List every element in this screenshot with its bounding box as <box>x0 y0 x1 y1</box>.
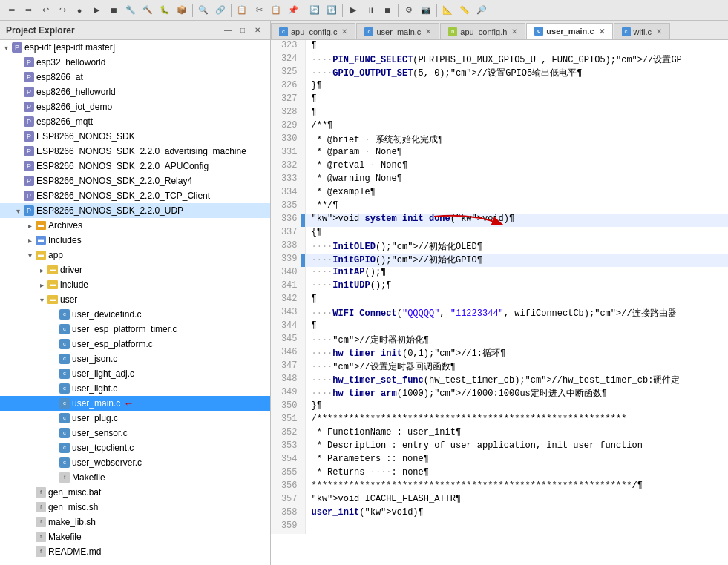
tab-close-btn[interactable]: ✕ <box>425 27 431 36</box>
editor-tab-apu_config_c[interactable]: capu_config.c✕ <box>271 23 355 39</box>
tree-toggle-icon[interactable]: ▾ <box>12 207 24 215</box>
tree-toggle-icon[interactable]: ▾ <box>24 251 36 260</box>
toolbar-btn[interactable]: 🔃 <box>324 2 340 19</box>
tree-item-Makefile_user[interactable]: fMakefile <box>0 470 270 485</box>
line-code[interactable]: }¶ <box>305 80 728 93</box>
tree-item-esp8266_iot_demo[interactable]: Pesp8266_iot_demo <box>0 99 270 114</box>
line-code[interactable]: * @example¶ <box>305 187 728 200</box>
tree-item-ESP8266_NONOS_SDK_2.2.0_APU[interactable]: PESP8266_NONOS_SDK_2.2.0_APUConfig <box>0 159 270 174</box>
tree-item-esp8266_mqtt[interactable]: Pesp8266_mqtt <box>0 114 270 129</box>
editor-tab-user_main_c_1[interactable]: cuser_main.c✕ <box>356 23 439 39</box>
tree-item-Makefile_root[interactable]: fMakefile <box>0 529 270 544</box>
panel-minimize-btn[interactable]: — <box>221 24 235 37</box>
toolbar-btn[interactable]: ● <box>71 2 88 19</box>
line-code[interactable]: * @param · None¶ <box>305 147 728 160</box>
line-code[interactable]: "kw">void system_init_done("kw">void)¶ <box>305 214 728 227</box>
toolbar-btn[interactable]: 🔧 <box>122 2 139 19</box>
tree-item-driver[interactable]: ▸▬driver <box>0 262 270 277</box>
line-code[interactable]: {¶ <box>305 227 728 240</box>
tree-item-user_json.c[interactable]: cuser_json.c <box>0 351 270 366</box>
line-code[interactable]: * @warning None¶ <box>305 174 728 187</box>
line-code[interactable]: ¶ <box>305 294 728 307</box>
project-tree[interactable]: ▾Pesp-idf [esp-idf master]Pesp32_hellowo… <box>0 40 270 565</box>
tree-item-ESP8266_NONOS_SDK[interactable]: PESP8266_NONOS_SDK <box>0 129 270 144</box>
tree-item-user_tcpclient.c[interactable]: cuser_tcpclient.c <box>0 440 270 455</box>
tree-item-gen_misc.sh[interactable]: fgen_misc.sh <box>0 500 270 515</box>
line-code[interactable]: ¶ <box>305 40 728 53</box>
line-code[interactable]: ····InitUDP();¶ <box>305 280 728 294</box>
toolbar-btn[interactable]: ↩ <box>37 2 53 19</box>
toolbar-btn[interactable]: ⚙ <box>401 2 417 19</box>
tree-item-user_devicefind.c[interactable]: cuser_devicefind.c <box>0 307 270 322</box>
tree-item-include[interactable]: ▸▬include <box>0 277 270 292</box>
line-code[interactable]: * Parameters :: none¶ <box>305 454 728 467</box>
toolbar-btn[interactable]: ⏸ <box>362 2 378 19</box>
tab-close-btn[interactable]: ✕ <box>511 27 517 36</box>
tab-close-btn[interactable]: ✕ <box>599 27 605 36</box>
tree-toggle-icon[interactable]: ▸ <box>24 237 36 245</box>
tree-toggle-icon[interactable]: ▾ <box>36 296 47 304</box>
line-code[interactable]: ¶ <box>305 93 728 107</box>
line-code[interactable]: ····"cm">//设置定时器回调函数¶ <box>305 360 728 374</box>
toolbar-btn[interactable]: ⏹ <box>105 2 122 19</box>
tree-toggle-icon[interactable]: ▸ <box>36 266 47 274</box>
toolbar-btn[interactable]: ↪ <box>54 2 70 19</box>
tab-close-btn[interactable]: ✕ <box>656 27 662 36</box>
line-code[interactable]: ¶ <box>305 107 728 120</box>
toolbar-btn[interactable]: 📋 <box>268 2 284 19</box>
line-code[interactable]: }¶ <box>305 400 728 414</box>
line-code[interactable]: ····WIFI_Connect("QQQQQ", "11223344", wi… <box>305 307 728 320</box>
tree-item-esp-idf[interactable]: ▾Pesp-idf [esp-idf master] <box>0 40 270 55</box>
tree-item-user_light_adj.c[interactable]: cuser_light_adj.c <box>0 366 270 381</box>
line-code[interactable]: * Description : entry of user applicatio… <box>305 440 728 454</box>
tab-close-btn[interactable]: ✕ <box>341 27 347 36</box>
line-code[interactable]: ¶ <box>305 320 728 334</box>
tree-item-user_esp_platform_timer.c[interactable]: cuser_esp_platform_timer.c <box>0 322 270 337</box>
tree-toggle-icon[interactable]: ▸ <box>24 222 36 230</box>
toolbar-btn[interactable]: 🐛 <box>157 2 173 19</box>
editor-tab-apu_config_h[interactable]: hapu_config.h✕ <box>440 23 525 39</box>
line-code[interactable]: * @retval · None¶ <box>305 160 728 174</box>
line-code[interactable]: * FunctionName : user_init¶ <box>305 427 728 440</box>
line-code[interactable]: ····"cm">//定时器初始化¶ <box>305 334 728 347</box>
toolbar-btn[interactable]: ✂ <box>251 2 267 19</box>
tree-item-user_webserver.c[interactable]: cuser_webserver.c <box>0 455 270 470</box>
tree-item-user_esp_platform.c[interactable]: cuser_esp_platform.c <box>0 337 270 351</box>
line-code[interactable]: ····InitOLED();"cm">//初始化OLED¶ <box>305 240 728 254</box>
toolbar-btn[interactable]: 🔄 <box>306 2 323 19</box>
line-code[interactable]: ····hw_timer_arm(1000);"cm">//1000:1000u… <box>305 387 728 400</box>
line-code[interactable]: ····InitGPIO();"cm">//初始化GPIO¶ <box>305 254 728 267</box>
toolbar-btn[interactable]: 📏 <box>456 2 473 19</box>
toolbar-btn[interactable]: 📦 <box>174 2 190 19</box>
toolbar-btn[interactable]: ⬅ <box>3 2 19 19</box>
tree-item-gen_misc.bat[interactable]: fgen_misc.bat <box>0 485 270 500</box>
tree-item-ESP8266_NONOS_SDK_2.2.0_TCP[interactable]: PESP8266_NONOS_SDK_2.2.0_TCP_Client <box>0 188 270 203</box>
tree-item-ESP8266_NONOS_SDK_2.2.0_Rel[interactable]: PESP8266_NONOS_SDK_2.2.0_Relay4 <box>0 174 270 188</box>
line-code[interactable]: /**¶ <box>305 120 728 133</box>
tree-item-user[interactable]: ▾▬user <box>0 292 270 307</box>
tree-item-user_light.c[interactable]: cuser_light.c <box>0 381 270 396</box>
tree-item-app[interactable]: ▾▬app <box>0 248 270 262</box>
tree-item-README.md[interactable]: fREADME.md <box>0 544 270 559</box>
toolbar-btn[interactable]: ▶ <box>345 2 361 19</box>
line-code[interactable]: **/¶ <box>305 200 728 214</box>
tree-item-Includes[interactable]: ▸▬Includes <box>0 233 270 248</box>
tree-item-Archives[interactable]: ▸▬Archives <box>0 218 270 233</box>
toolbar-btn[interactable]: 🔍 <box>195 2 211 19</box>
tree-toggle-icon[interactable]: ▸ <box>36 281 47 289</box>
tree-item-esp8266_helloworld[interactable]: Pesp8266_helloworld <box>0 85 270 99</box>
tree-item-user_plug.c[interactable]: cuser_plug.c <box>0 411 270 426</box>
editor-tab-wifi_c[interactable]: cwifi.c✕ <box>614 23 670 39</box>
line-code[interactable]: "kw">void ICACHE_FLASH_ATTR¶ <box>305 494 728 507</box>
editor-tab-user_main_c_2[interactable]: cuser_main.c✕ <box>526 23 612 39</box>
tree-toggle-icon[interactable]: ▾ <box>0 44 12 52</box>
tree-item-ESP8266_NONOS_SDK_2.2.0_UDP[interactable]: ▾PESP8266_NONOS_SDK_2.2.0_UDP <box>0 203 270 218</box>
tree-item-user_main.c[interactable]: cuser_main.c← <box>0 396 270 411</box>
line-code[interactable]: /***************************************… <box>305 414 728 427</box>
toolbar-btn[interactable]: 📐 <box>439 2 456 19</box>
line-code[interactable] <box>305 521 728 534</box>
tree-item-make_lib.sh[interactable]: fmake_lib.sh <box>0 515 270 529</box>
line-code[interactable]: * Returns ····: none¶ <box>305 467 728 480</box>
toolbar-btn[interactable]: 📌 <box>285 2 301 19</box>
toolbar-btn[interactable]: 🔨 <box>140 2 156 19</box>
